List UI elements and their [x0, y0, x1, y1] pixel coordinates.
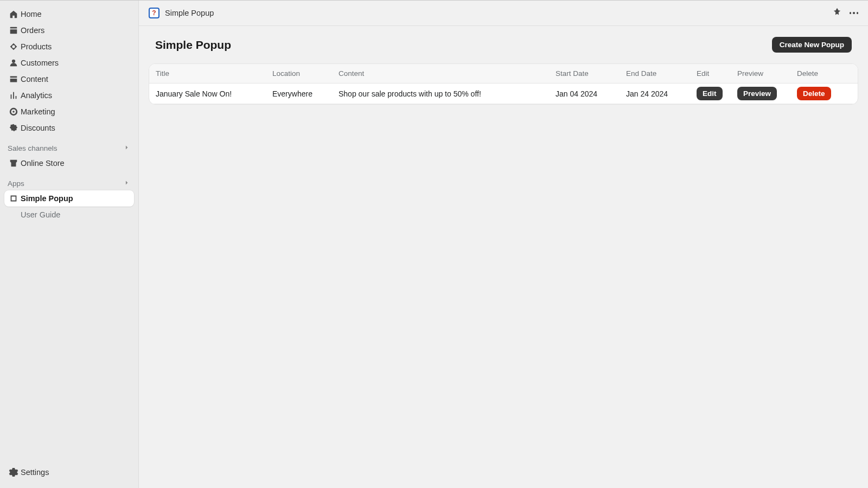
sidebar-item-simple-popup[interactable]: Simple Popup [4, 190, 134, 207]
sidebar-item-label: Home [21, 10, 42, 18]
sidebar: Home Orders Products Customers Content A… [0, 1, 139, 488]
sidebar-item-label: Settings [21, 468, 49, 477]
popup-icon [9, 194, 21, 203]
store-icon [9, 158, 21, 168]
col-end-date: End Date [626, 69, 697, 78]
sidebar-item-marketing[interactable]: Marketing [4, 104, 134, 120]
content-icon [9, 74, 21, 84]
more-menu-icon[interactable] [850, 12, 859, 14]
create-new-popup-button[interactable]: Create New Popup [772, 37, 852, 53]
sidebar-item-content[interactable]: Content [4, 71, 134, 87]
orders-icon [9, 25, 21, 35]
sidebar-section-sales-channels[interactable]: Sales channels [0, 136, 138, 155]
col-edit: Edit [697, 69, 737, 78]
gear-icon [9, 467, 21, 477]
sidebar-item-customers[interactable]: Customers [4, 55, 134, 71]
col-content: Content [339, 69, 556, 78]
sidebar-item-settings[interactable]: Settings [4, 464, 134, 480]
sidebar-item-analytics[interactable]: Analytics [4, 87, 134, 104]
popups-table: Title Location Content Start Date End Da… [149, 63, 858, 105]
sidebar-item-label: User Guide [21, 210, 60, 219]
sidebar-item-label: Products [21, 42, 52, 51]
sidebar-item-label: Discounts [21, 124, 55, 132]
sidebar-item-orders[interactable]: Orders [4, 22, 134, 38]
chevron-right-icon [123, 144, 131, 153]
sidebar-item-label: Orders [21, 26, 44, 35]
col-delete: Delete [797, 69, 851, 78]
sidebar-section-apps[interactable]: Apps [0, 171, 138, 190]
target-icon [9, 107, 21, 117]
app-logo-icon: ? [149, 8, 159, 18]
col-title: Title [156, 69, 272, 78]
chevron-right-icon [123, 179, 131, 188]
topbar-app-name: Simple Popup [165, 9, 214, 17]
cell-start-date: Jan 04 2024 [556, 89, 626, 98]
cell-title: January Sale Now On! [156, 89, 272, 98]
table-header-row: Title Location Content Start Date End Da… [149, 64, 858, 84]
discount-icon [9, 123, 21, 133]
sidebar-item-label: Marketing [21, 107, 55, 116]
analytics-icon [9, 91, 21, 100]
cell-location: Everywhere [272, 89, 339, 98]
nav-main: Home Orders Products Customers Content A… [0, 6, 138, 136]
user-icon [9, 58, 21, 68]
col-location: Location [272, 69, 339, 78]
page-title: Simple Popup [155, 38, 231, 52]
preview-button[interactable]: Preview [737, 87, 777, 100]
table-row: January Sale Now On! Everywhere Shop our… [149, 84, 858, 104]
pin-icon[interactable] [832, 7, 842, 19]
nav-channels: Online Store [0, 155, 138, 171]
cell-content: Shop our sale products with up to 50% of… [339, 89, 556, 98]
main: ? Simple Popup Simple Popup Create New P… [139, 1, 868, 488]
tag-icon [9, 42, 21, 52]
sidebar-section-label: Apps [8, 179, 24, 188]
edit-button[interactable]: Edit [697, 87, 723, 100]
delete-button[interactable]: Delete [797, 87, 831, 100]
sidebar-item-label: Analytics [21, 91, 52, 100]
col-start-date: Start Date [556, 69, 626, 78]
cell-end-date: Jan 24 2024 [626, 89, 697, 98]
sidebar-item-user-guide[interactable]: User Guide [4, 207, 134, 223]
topbar: ? Simple Popup [139, 1, 868, 26]
sidebar-item-label: Simple Popup [21, 194, 73, 203]
sidebar-item-home[interactable]: Home [4, 6, 134, 22]
sidebar-item-label: Online Store [21, 159, 65, 168]
sidebar-section-label: Sales channels [8, 144, 58, 152]
sidebar-item-label: Customers [21, 59, 59, 67]
nav-apps: Simple Popup User Guide [0, 190, 138, 223]
sidebar-item-online-store[interactable]: Online Store [4, 155, 134, 171]
col-preview: Preview [737, 69, 797, 78]
page-header: Simple Popup Create New Popup [139, 26, 868, 63]
sidebar-item-label: Content [21, 75, 48, 84]
sidebar-item-discounts[interactable]: Discounts [4, 120, 134, 136]
sidebar-item-products[interactable]: Products [4, 38, 134, 55]
home-icon [9, 9, 21, 19]
